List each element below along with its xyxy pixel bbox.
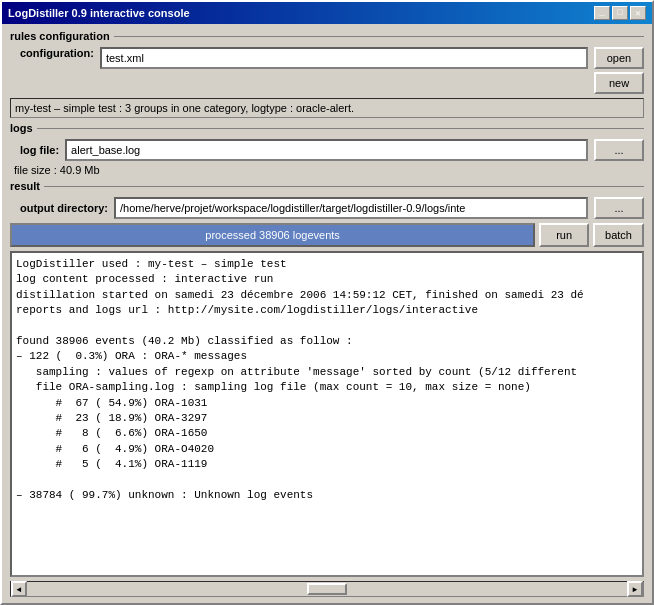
config-row: configuration: open new [10,47,644,94]
close-button[interactable]: ✕ [630,6,646,20]
config-buttons: open new [594,47,644,94]
run-button[interactable]: run [539,223,589,247]
minimize-button[interactable]: _ [594,6,610,20]
window-controls: _ □ ✕ [594,6,646,20]
window-title: LogDistiller 0.9 interactive console [8,7,190,19]
log-file-label: log file: [20,144,59,156]
file-size-text: file size : 40.9 Mb [10,164,644,176]
maximize-button[interactable]: □ [612,6,628,20]
horizontal-scrollbar[interactable]: ◄ ► [10,581,644,597]
description-text: my-test – simple test : 3 groups in one … [10,98,644,118]
batch-button[interactable]: batch [593,223,644,247]
output-dir-label: output directory: [20,202,108,214]
log-file-row: log file: ... [10,139,644,161]
rules-config-label: rules configuration [10,30,644,42]
logs-section-label: logs [10,122,644,134]
rules-config-section: rules configuration configuration: open … [10,30,644,94]
console-output: LogDistiller used : my-test – simple tes… [10,251,644,577]
window-content: rules configuration configuration: open … [2,24,652,603]
output-dir-input[interactable] [114,197,588,219]
progress-bar: processed 38906 logevents [10,223,535,247]
config-input[interactable] [100,47,588,69]
scrollbar-thumb-h[interactable] [307,583,347,595]
scrollbar-track-h [43,583,611,595]
log-browse-button[interactable]: ... [594,139,644,161]
scroll-left-arrow[interactable]: ◄ [11,581,27,597]
result-section-label: result [10,180,644,192]
main-window: LogDistiller 0.9 interactive console _ □… [0,0,654,605]
result-section: result output directory: ... [10,180,644,219]
title-bar: LogDistiller 0.9 interactive console _ □… [2,2,652,24]
open-button[interactable]: open [594,47,644,69]
output-dir-row: output directory: ... [10,197,644,219]
new-button[interactable]: new [594,72,644,94]
log-file-input[interactable] [65,139,588,161]
run-bar: processed 38906 logevents run batch [10,223,644,247]
scroll-right-arrow[interactable]: ► [627,581,643,597]
config-field-label: configuration: [20,47,94,59]
output-browse-button[interactable]: ... [594,197,644,219]
logs-section: logs log file: ... file size : 40.9 Mb [10,122,644,176]
